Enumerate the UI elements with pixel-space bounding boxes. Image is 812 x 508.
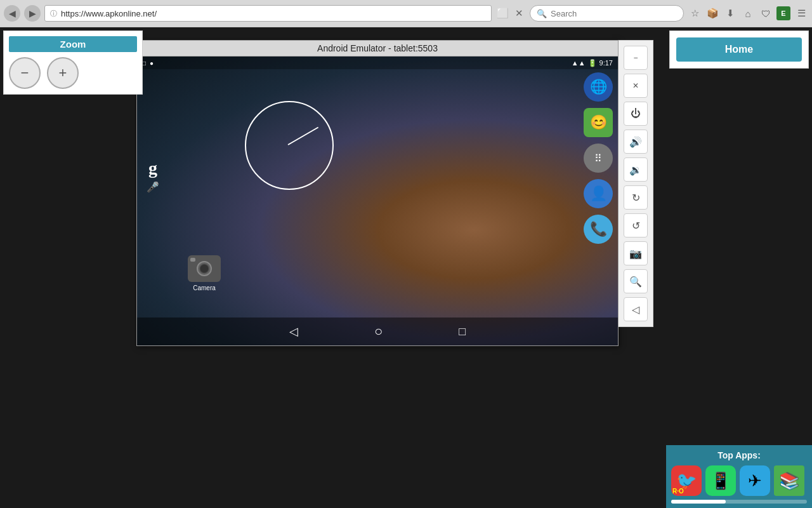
- home-button[interactable]: Home: [676, 37, 802, 62]
- status-right: ▲▲ 🔋 9:17: [572, 59, 613, 67]
- browser-chrome: ◀ ▶ ⓘ https://www.apkonline.net/ ⬜ ✕ 🔍 ☆…: [0, 0, 812, 27]
- contacts-icon: 👤: [590, 185, 607, 202]
- apps-drawer-icon[interactable]: ⠿: [584, 144, 613, 173]
- nav-home-icon[interactable]: ○: [374, 323, 383, 340]
- nav-recents-icon[interactable]: □: [459, 325, 466, 338]
- volume-down-button[interactable]: 🔉: [624, 157, 648, 182]
- zoom-in-button[interactable]: +: [47, 57, 79, 89]
- minimize-button[interactable]: −: [624, 46, 648, 70]
- camera-app[interactable]: Camera: [188, 255, 221, 291]
- scrollbar-track[interactable]: [671, 500, 807, 504]
- clock-time: 9:17: [599, 59, 613, 67]
- zoom-side-button[interactable]: 🔍: [624, 269, 648, 293]
- extensions-icon[interactable]: 📦: [705, 6, 719, 20]
- screenshot-icon: 📷: [629, 248, 642, 260]
- google-widget[interactable]: g 🎤: [147, 158, 159, 193]
- google-g-letter: g: [148, 158, 157, 178]
- camera-lens: [197, 261, 212, 276]
- mic-icon[interactable]: 🎤: [147, 181, 159, 193]
- rotate-cw-icon: ↻: [632, 192, 640, 204]
- top-apps-title: Top Apps:: [671, 450, 807, 460]
- address-bar[interactable]: ⓘ https://www.apkonline.net/: [44, 5, 492, 22]
- url-text: https://www.apkonline.net/: [61, 9, 157, 18]
- forward-button[interactable]: ▶: [24, 5, 41, 22]
- emulator-wrapper: Android Emulator - tablet:5503 □ ● ▲▲ 🔋 …: [136, 40, 653, 346]
- whatsapp-app[interactable]: 📱: [705, 465, 736, 496]
- search-bar[interactable]: 🔍: [530, 5, 684, 22]
- books-icon: 📚: [779, 471, 799, 491]
- info-icon: ⓘ: [50, 9, 57, 18]
- top-apps-grid: 🐦 R·O 📱 ✈ 📚: [671, 465, 807, 496]
- emulator-screen[interactable]: □ ● ▲▲ 🔋 9:17 g: [137, 57, 618, 345]
- tab-switcher-icon[interactable]: ⬜: [495, 6, 509, 20]
- volume-up-button[interactable]: 🔊: [624, 130, 648, 154]
- android-statusbar: □ ● ▲▲ 🔋 9:17: [137, 57, 618, 69]
- rotate-ccw-button[interactable]: ↺: [624, 213, 648, 237]
- bookmark-icon[interactable]: ☆: [688, 6, 702, 20]
- chat-icon: 😊: [590, 114, 607, 131]
- back-button[interactable]: ◀: [4, 5, 20, 22]
- status-icon-2: ●: [150, 60, 154, 67]
- contacts-app-icon[interactable]: 👤: [584, 179, 613, 208]
- clock-hand: [288, 127, 319, 145]
- angry-birds-app[interactable]: 🐦 R·O: [671, 465, 702, 496]
- browser-toolbar-icons: ⬜ ✕: [495, 6, 526, 20]
- download-icon[interactable]: ⬇: [723, 6, 737, 20]
- screenshot-button[interactable]: 📷: [624, 241, 648, 265]
- camera-flash: [190, 258, 195, 262]
- emulator-titlebar: Android Emulator - tablet:5503: [137, 41, 618, 57]
- status-left: □ ●: [142, 60, 154, 67]
- telegram-icon: ✈: [748, 471, 762, 491]
- home-panel: Home: [669, 30, 809, 69]
- battery-icon: 🔋: [588, 59, 597, 67]
- chat-app-icon[interactable]: 😊: [584, 108, 613, 137]
- scrollbar-thumb: [671, 500, 726, 504]
- menu-icon[interactable]: ☰: [794, 6, 808, 20]
- volume-down-icon: 🔉: [629, 164, 642, 176]
- emulator-window: Android Emulator - tablet:5503 □ ● ▲▲ 🔋 …: [136, 40, 619, 346]
- volume-up-icon: 🔊: [629, 136, 642, 148]
- page-content: Zoom − + Home Android Emulator - tablet:…: [0, 27, 812, 508]
- phone-icon: 📞: [590, 221, 607, 237]
- close-tab-icon[interactable]: ✕: [512, 6, 526, 20]
- rotate-cw-button[interactable]: ↻: [624, 185, 648, 210]
- search-input[interactable]: [551, 9, 677, 18]
- shield-icon[interactable]: 🛡: [759, 6, 773, 20]
- camera-icon-box: [188, 255, 221, 282]
- nav-back-icon[interactable]: ◁: [289, 324, 298, 338]
- close-button[interactable]: ✕: [624, 74, 648, 98]
- camera-label: Camera: [193, 284, 216, 291]
- browser-toolbar: ◀ ▶ ⓘ https://www.apkonline.net/ ⬜ ✕ 🔍 ☆…: [0, 0, 812, 27]
- home-icon[interactable]: ⌂: [741, 6, 755, 20]
- telegram-app[interactable]: ✈: [740, 465, 770, 496]
- top-apps-panel: Top Apps: 🐦 R·O 📱 ✈ 📚: [666, 445, 812, 508]
- android-navbar: ◁ ○ □: [137, 318, 618, 345]
- books-app[interactable]: 📚: [774, 465, 804, 496]
- back-side-icon: ◁: [632, 304, 639, 316]
- globe-icon: 🌐: [590, 79, 607, 95]
- phone-app-icon[interactable]: 📞: [584, 215, 613, 244]
- clock-widget: [239, 95, 340, 196]
- globe-app-icon[interactable]: 🌐: [584, 72, 613, 102]
- zoom-controls: − +: [9, 57, 137, 89]
- side-controls: − ✕ ⏻ 🔊 🔉 ↻ ↺ 📷 🔍 ◁: [619, 40, 653, 327]
- app-icons: 🌐 😊 ⠿ 👤 📞: [584, 72, 613, 244]
- power-icon: ⏻: [631, 108, 641, 119]
- zoom-out-button[interactable]: −: [9, 57, 41, 89]
- zoom-side-icon: 🔍: [629, 276, 642, 288]
- zoom-title: Zoom: [9, 36, 137, 52]
- green-extension-icon[interactable]: E: [776, 6, 790, 20]
- clock-circle: [245, 101, 334, 190]
- back-side-button[interactable]: ◁: [624, 297, 648, 321]
- android-background: [137, 57, 618, 345]
- signal-icon: ▲▲: [572, 59, 586, 67]
- whatsapp-icon: 📱: [710, 471, 731, 491]
- apps-grid-icon: ⠿: [594, 152, 602, 164]
- power-button[interactable]: ⏻: [624, 102, 648, 126]
- zoom-panel: Zoom − +: [3, 30, 143, 95]
- search-magnifier-icon: 🔍: [537, 9, 547, 18]
- rotate-ccw-icon: ↺: [632, 220, 640, 232]
